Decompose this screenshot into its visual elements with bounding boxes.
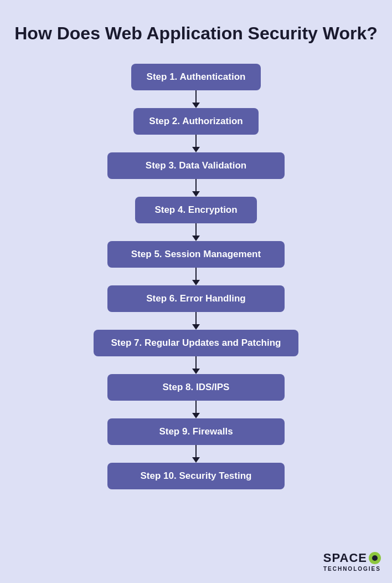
arrow-3 xyxy=(192,179,200,197)
arrow-5 xyxy=(192,268,200,285)
logo-technologies-text: TECHNOLOGIES xyxy=(323,566,381,572)
logo-space-text: SPACE xyxy=(323,551,367,565)
step-box-9: Step 9. Firewalls xyxy=(107,418,285,445)
arrow-head xyxy=(192,236,200,241)
arrow-head xyxy=(192,280,200,285)
arrow-head xyxy=(192,413,200,418)
step-box-2: Step 2. Authorization xyxy=(133,108,258,135)
arrow-1 xyxy=(192,90,200,108)
step-box-10: Step 10. Security Testing xyxy=(107,463,285,489)
arrow-line xyxy=(195,312,197,324)
step-box-7: Step 7. Regular Updates and Patching xyxy=(94,330,298,356)
logo-container: SPACE TECHNOLOGIES xyxy=(323,551,381,572)
arrow-head xyxy=(192,457,200,463)
arrow-line xyxy=(195,90,197,103)
arrow-8 xyxy=(192,401,200,418)
step-box-8: Step 8. IDS/IPS xyxy=(107,374,285,401)
flowchart: Step 1. AuthenticationStep 2. Authorizat… xyxy=(11,64,381,489)
arrow-line xyxy=(195,268,197,280)
arrow-2 xyxy=(192,135,200,152)
arrow-line xyxy=(195,401,197,413)
step-box-5: Step 5. Session Management xyxy=(107,241,285,268)
arrow-head xyxy=(192,369,200,374)
step-box-4: Step 4. Encryption xyxy=(135,197,257,223)
step-box-1: Step 1. Authentication xyxy=(131,64,261,90)
logo-text: SPACE xyxy=(323,551,381,565)
arrow-line xyxy=(195,135,197,147)
arrow-7 xyxy=(192,356,200,374)
arrow-line xyxy=(195,223,197,236)
arrow-9 xyxy=(192,445,200,463)
arrow-line xyxy=(195,356,197,369)
arrow-head xyxy=(192,324,200,330)
arrow-line xyxy=(195,179,197,191)
step-box-6: Step 6. Error Handling xyxy=(107,285,285,312)
logo-o-icon xyxy=(369,552,381,564)
arrow-head xyxy=(192,147,200,152)
arrow-head xyxy=(192,103,200,108)
logo-o-inner xyxy=(372,555,378,561)
arrow-4 xyxy=(192,223,200,241)
page-title: How Does Web Application Security Work? xyxy=(14,22,378,44)
arrow-head xyxy=(192,191,200,197)
step-box-3: Step 3. Data Validation xyxy=(107,152,285,179)
arrow-line xyxy=(195,445,197,457)
arrow-6 xyxy=(192,312,200,330)
